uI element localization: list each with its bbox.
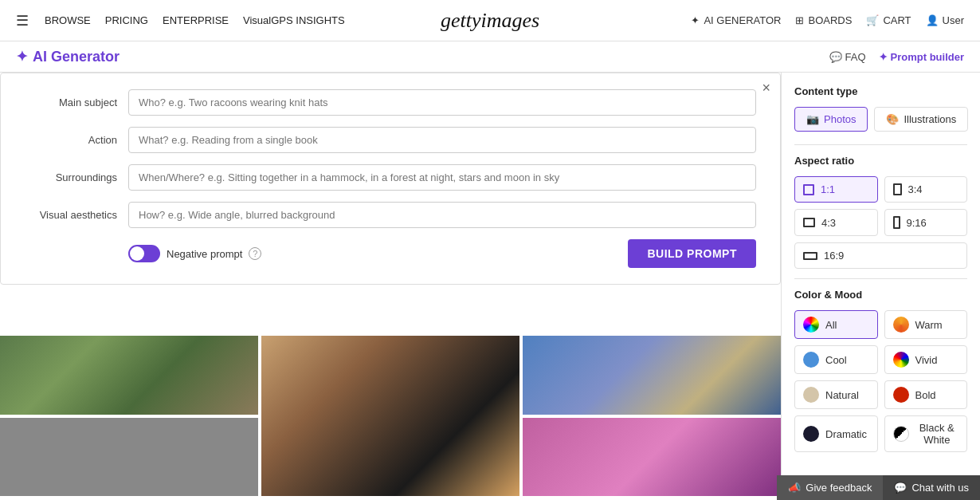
mood-cool-label: Cool — [825, 354, 847, 366]
ratio-3-4[interactable]: 3:4 — [884, 176, 968, 203]
mood-dramatic[interactable]: Dramatic — [794, 415, 878, 452]
mood-natural[interactable]: Natural — [794, 380, 878, 409]
mood-dramatic-label: Dramatic — [825, 428, 867, 440]
color-mood-grid: All Warm Cool Vivid Natural Bold — [794, 310, 967, 452]
ratio-4-3[interactable]: 4:3 — [794, 209, 878, 236]
photos-option[interactable]: 📷 Photos — [794, 107, 868, 132]
user-link[interactable]: 👤 User — [926, 14, 964, 26]
user-label: User — [943, 14, 964, 26]
aspect-ratio-grid: 1:1 3:4 4:3 9:16 16:9 — [794, 176, 967, 269]
action-row: Action — [25, 127, 756, 153]
surroundings-label: Surroundings — [25, 171, 128, 183]
mood-warm[interactable]: Warm — [884, 310, 968, 339]
faq-label: FAQ — [845, 51, 866, 63]
image-lighthouse[interactable] — [523, 336, 781, 415]
ratio-16-9[interactable]: 16:9 — [794, 242, 967, 269]
ai-generator-bar: ✦ AI Generator 💬 FAQ ✦ Prompt builder — [0, 41, 980, 73]
ratio-portrait-34-icon — [893, 183, 902, 195]
faq-link[interactable]: 💬 FAQ — [829, 51, 866, 63]
ai-title: ✦ AI Generator — [16, 48, 120, 65]
chat-icon: 💬 — [894, 482, 907, 494]
ai-bar-right: 💬 FAQ ✦ Prompt builder — [829, 51, 964, 63]
bottom-bar: 📣 Give feedback 💬 Chat with us — [777, 475, 980, 496]
cart-icon: 🛒 — [866, 14, 879, 26]
prompt-builder-link[interactable]: ✦ Prompt builder — [879, 51, 964, 63]
nav-pricing[interactable]: PRICING — [105, 14, 148, 26]
close-button[interactable]: × — [762, 80, 770, 96]
nav-browse[interactable]: BROWSE — [45, 14, 91, 26]
mood-cool-icon — [803, 352, 819, 368]
main-subject-input[interactable] — [128, 89, 756, 116]
mood-vivid-label: Vivid — [915, 354, 938, 366]
visual-aesthetics-input[interactable] — [128, 202, 756, 228]
photos-label: Photos — [824, 113, 856, 125]
main-layout: × Main subject Action Surroundings Visua… — [0, 73, 980, 496]
image-cactus[interactable] — [0, 336, 258, 415]
mood-warm-label: Warm — [915, 319, 943, 331]
action-input[interactable] — [128, 127, 756, 153]
header-right: ✦ AI GENERATOR ⊞ BOARDS 🛒 CART 👤 User — [691, 14, 964, 26]
negative-prompt-label: Negative prompt — [167, 248, 242, 260]
mood-bold[interactable]: Bold — [884, 380, 968, 409]
ratio-1-1[interactable]: 1:1 — [794, 176, 878, 203]
nav-enterprise[interactable]: ENTERPRISE — [163, 14, 229, 26]
mood-vivid[interactable]: Vivid — [884, 345, 968, 374]
mood-warm-icon — [893, 317, 909, 333]
content-area: × Main subject Action Surroundings Visua… — [0, 73, 781, 496]
mood-cool[interactable]: Cool — [794, 345, 878, 374]
ai-generator-icon: ✦ — [691, 14, 700, 26]
mood-all-label: All — [825, 319, 837, 331]
negative-prompt-toggle[interactable] — [128, 245, 160, 262]
main-subject-row: Main subject — [25, 89, 756, 116]
ratio-9-16[interactable]: 9:16 — [884, 209, 968, 236]
chat-button[interactable]: 💬 Chat with us — [883, 475, 980, 496]
ai-generator-label: AI GENERATOR — [704, 14, 781, 26]
divider-1 — [794, 144, 967, 145]
prompt-modal: × Main subject Action Surroundings Visua… — [0, 73, 781, 285]
illustrations-label: Illustrations — [904, 113, 956, 125]
toggle-knob — [130, 246, 144, 261]
user-icon: 👤 — [926, 14, 939, 26]
color-mood-title: Color & Mood — [794, 289, 967, 301]
build-prompt-button[interactable]: BUILD PROMPT — [628, 239, 756, 268]
ratio-square-icon — [803, 184, 814, 195]
image-cactus-bottom[interactable] — [0, 418, 258, 497]
image-pink[interactable] — [523, 418, 781, 497]
boards-link[interactable]: ⊞ BOARDS — [795, 14, 852, 26]
modal-footer: Negative prompt ? BUILD PROMPT — [25, 239, 756, 268]
photos-icon: 📷 — [806, 113, 819, 125]
mood-black-white[interactable]: Black & White — [884, 415, 968, 452]
hamburger-menu[interactable]: ☰ — [16, 12, 29, 30]
illustrations-option[interactable]: 🎨 Illustrations — [874, 107, 968, 132]
mood-all-icon — [803, 317, 819, 333]
mood-vivid-icon — [893, 352, 909, 368]
mood-natural-label: Natural — [825, 389, 859, 401]
cart-link[interactable]: 🛒 CART — [866, 14, 911, 26]
right-sidebar: Content type 📷 Photos 🎨 Illustrations As… — [781, 73, 980, 496]
faq-icon: 💬 — [829, 51, 842, 63]
feedback-icon: 📣 — [788, 482, 801, 494]
mood-all[interactable]: All — [794, 310, 878, 339]
site-logo[interactable]: gettyimages — [441, 9, 539, 33]
header-left: ☰ BROWSE PRICING ENTERPRISE VisualGPS IN… — [16, 12, 345, 30]
header: ☰ BROWSE PRICING ENTERPRISE VisualGPS IN… — [0, 0, 980, 41]
image-woman[interactable] — [261, 336, 519, 496]
ai-title-icon: ✦ — [16, 48, 28, 65]
ratio-3-4-label: 3:4 — [908, 183, 923, 195]
content-type-options: 📷 Photos 🎨 Illustrations — [794, 107, 967, 132]
ai-generator-link[interactable]: ✦ AI GENERATOR — [691, 14, 781, 26]
visual-aesthetics-row: Visual aesthetics — [25, 202, 756, 228]
feedback-button[interactable]: 📣 Give feedback — [777, 475, 883, 496]
ratio-landscape-169-icon — [803, 252, 817, 260]
aspect-ratio-title: Aspect ratio — [794, 155, 967, 167]
help-icon[interactable]: ? — [249, 247, 261, 260]
negative-prompt-toggle-row: Negative prompt ? — [128, 245, 261, 262]
surroundings-input[interactable] — [128, 164, 756, 191]
visual-aesthetics-label: Visual aesthetics — [25, 209, 128, 221]
nav-visualgps[interactable]: VisualGPS INSIGHTS — [243, 14, 345, 26]
boards-label: BOARDS — [808, 14, 852, 26]
content-type-title: Content type — [794, 85, 967, 97]
mood-bold-icon — [893, 387, 909, 403]
prompt-builder-icon: ✦ — [879, 51, 888, 63]
cart-label: CART — [883, 14, 911, 26]
